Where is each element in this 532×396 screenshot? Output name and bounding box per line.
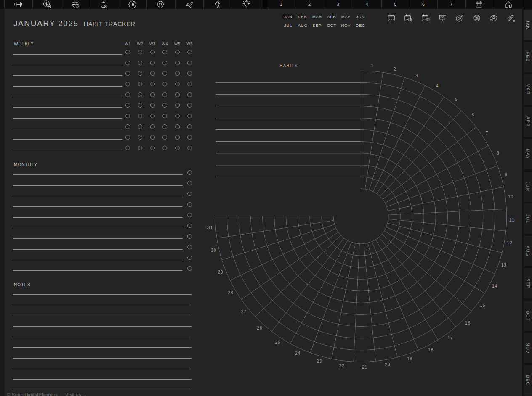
svg-text:2: 2 [394, 67, 396, 71]
svg-text:11: 11 [509, 218, 515, 222]
svg-text:13: 13 [501, 263, 507, 267]
svg-text:4: 4 [436, 84, 439, 88]
svg-text:19: 19 [407, 356, 412, 361]
svg-text:7: 7 [486, 131, 489, 135]
svg-text:23: 23 [317, 359, 322, 364]
svg-text:18: 18 [428, 348, 434, 352]
svg-text:6: 6 [472, 113, 475, 117]
svg-text:1: 1 [371, 63, 374, 68]
svg-text:12: 12 [507, 240, 512, 245]
svg-text:27: 27 [241, 309, 247, 314]
svg-text:31: 31 [207, 225, 213, 230]
svg-text:8: 8 [497, 151, 500, 156]
svg-text:21: 21 [362, 365, 367, 370]
svg-text:17: 17 [447, 335, 453, 340]
svg-text:25: 25 [275, 340, 280, 345]
svg-text:16: 16 [465, 321, 471, 325]
svg-text:26: 26 [257, 326, 262, 330]
svg-text:28: 28 [228, 290, 233, 295]
svg-text:5: 5 [455, 97, 458, 102]
svg-text:10: 10 [508, 195, 513, 199]
svg-text:3: 3 [415, 74, 418, 78]
svg-text:22: 22 [339, 364, 344, 368]
svg-text:14: 14 [492, 284, 497, 288]
svg-text:24: 24 [295, 351, 301, 356]
svg-text:30: 30 [211, 248, 216, 253]
svg-text:29: 29 [218, 270, 223, 275]
svg-text:9: 9 [505, 172, 508, 177]
svg-text:15: 15 [480, 303, 485, 308]
svg-text:20: 20 [385, 362, 390, 367]
